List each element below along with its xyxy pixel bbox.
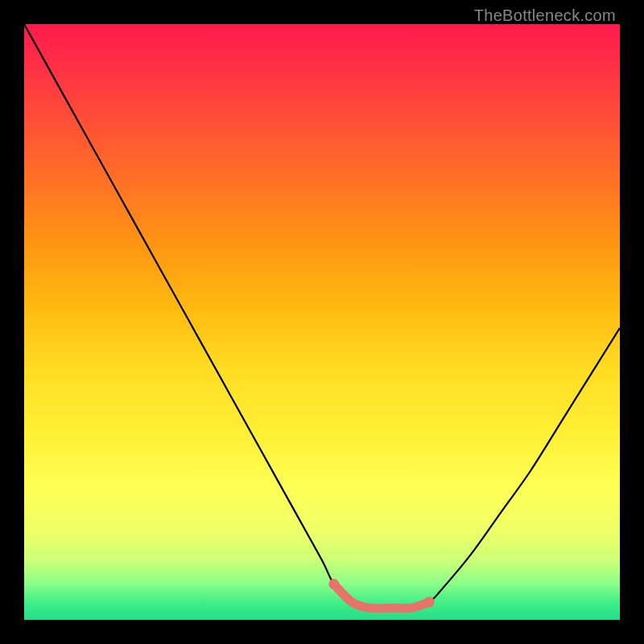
chart-svg	[24, 24, 620, 620]
chart-container: TheBottleneck.com	[0, 0, 644, 644]
optimal-end-dot	[424, 597, 435, 607]
optimal-highlight	[334, 584, 429, 609]
optimal-start-dot	[328, 579, 339, 589]
chart-plot-area	[24, 24, 620, 620]
bottleneck-curve	[24, 24, 620, 609]
watermark-text: TheBottleneck.com	[474, 6, 616, 25]
